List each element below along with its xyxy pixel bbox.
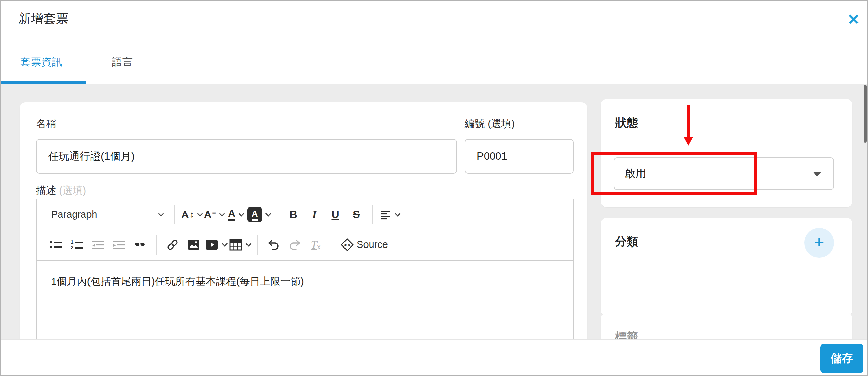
add-category-button[interactable]: + xyxy=(804,228,834,258)
description-optional-hint: (選填) xyxy=(59,185,86,196)
dialog-title: 新增套票 xyxy=(18,10,68,27)
font-family-button[interactable]: A ≡ xyxy=(204,204,224,225)
editor-toolbar: Paragraph A ↕ A ≡ xyxy=(37,199,573,261)
close-icon[interactable]: × xyxy=(848,5,859,33)
font-size-arrows-icon: ↕ xyxy=(190,209,194,220)
insert-table-button[interactable] xyxy=(229,234,251,256)
bold-button[interactable]: B xyxy=(284,204,303,225)
dialog-footer: 儲存 xyxy=(1,339,867,375)
toolbar-separator xyxy=(174,205,175,224)
source-editing-label: Source xyxy=(357,239,388,250)
remove-format-x: x xyxy=(317,243,320,251)
package-info-card: 名稱 編號 (選填) 描述 (選填) Paragraph xyxy=(20,102,587,339)
undo-button[interactable] xyxy=(264,234,283,256)
link-icon xyxy=(166,238,179,251)
code-label: 編號 (選填) xyxy=(465,117,515,131)
chevron-down-icon xyxy=(158,211,164,216)
block-quote-button[interactable]: “ xyxy=(131,234,150,256)
chevron-down-icon xyxy=(222,241,228,246)
remove-format-icon: T xyxy=(311,238,317,251)
toolbar-row-2: 1 2 xyxy=(45,230,564,260)
chevron-down-icon xyxy=(238,211,244,216)
name-label: 名稱 xyxy=(36,117,56,131)
align-left-icon xyxy=(379,209,392,221)
tab-package-info[interactable]: 套票資訊 xyxy=(20,55,62,69)
remove-format-button[interactable]: T x xyxy=(306,234,325,256)
toolbar-row-1: Paragraph A ↕ A ≡ xyxy=(45,199,564,230)
decrease-indent-icon xyxy=(91,239,105,251)
font-size-button[interactable]: A ↕ xyxy=(181,204,202,225)
numbered-list-button[interactable]: 1 2 xyxy=(67,234,86,256)
save-button[interactable]: 儲存 xyxy=(820,344,863,373)
code-input[interactable] xyxy=(465,139,574,174)
numbered-list-icon: 1 2 xyxy=(70,239,84,251)
description-editor: Paragraph A ↕ A ≡ xyxy=(36,199,574,339)
font-color-button[interactable]: A xyxy=(226,204,245,225)
insert-media-button[interactable] xyxy=(205,234,227,256)
dialog-content: 名稱 編號 (選填) 描述 (選填) Paragraph xyxy=(1,84,867,339)
chevron-down-icon xyxy=(265,211,271,216)
decrease-indent-button[interactable] xyxy=(88,234,107,256)
chevron-down-icon xyxy=(395,211,401,216)
plus-icon: + xyxy=(814,232,824,252)
toolbar-separator xyxy=(257,235,258,255)
annotation-arrow xyxy=(687,105,690,138)
source-editing-button[interactable]: <> Source xyxy=(339,234,390,256)
tags-label: 標籤 xyxy=(615,329,638,339)
chevron-down-icon xyxy=(197,211,203,216)
editor-content[interactable]: 1個月內(包括首尾兩日)任玩所有基本課程(每日上限一節) xyxy=(37,261,573,302)
increase-indent-icon xyxy=(112,239,126,251)
description-label-text: 描述 xyxy=(36,185,56,196)
description-text: 1個月內(包括首尾兩日)任玩所有基本課程(每日上限一節) xyxy=(51,276,304,287)
strikethrough-button[interactable]: S xyxy=(347,204,366,225)
name-input[interactable] xyxy=(36,139,457,174)
link-button[interactable] xyxy=(163,234,182,256)
paragraph-dropdown[interactable]: Paragraph xyxy=(46,204,168,225)
font-color-icon: A xyxy=(228,208,235,221)
font-family-icon: A xyxy=(204,210,212,220)
chevron-down-icon xyxy=(246,241,252,246)
bulleted-list-button[interactable] xyxy=(46,234,65,256)
text-alignment-button[interactable] xyxy=(379,204,400,225)
paragraph-dropdown-label: Paragraph xyxy=(51,209,97,220)
redo-button[interactable] xyxy=(285,234,304,256)
dialog-header: 新增套票 × xyxy=(1,1,867,42)
category-label: 分類 xyxy=(615,234,638,250)
svg-text:2: 2 xyxy=(71,244,73,250)
font-size-icon: A xyxy=(181,210,189,220)
active-tab-underline xyxy=(1,81,86,84)
chevron-down-icon xyxy=(219,211,225,216)
annotation-highlight-box xyxy=(591,152,757,195)
annotation-arrow-head xyxy=(684,137,693,146)
toolbar-separator xyxy=(332,235,332,255)
toolbar-separator xyxy=(156,235,157,255)
font-family-lines-icon: ≡ xyxy=(212,208,216,216)
tags-card: 標籤 xyxy=(601,313,852,339)
svg-text:1: 1 xyxy=(71,239,73,245)
description-label: 描述 (選填) xyxy=(36,184,86,198)
tab-bar: 套票資訊 語言 xyxy=(1,42,867,84)
insert-image-icon xyxy=(187,239,200,251)
insert-image-button[interactable] xyxy=(184,234,203,256)
font-background-color-button[interactable]: A xyxy=(247,204,270,225)
undo-icon xyxy=(267,239,280,251)
italic-button[interactable]: I xyxy=(305,204,324,225)
source-editing-icon: <> xyxy=(340,238,354,252)
redo-icon xyxy=(288,239,301,251)
insert-media-icon xyxy=(205,239,219,251)
toolbar-separator xyxy=(372,205,373,224)
status-label: 狀態 xyxy=(615,115,638,131)
bulleted-list-icon xyxy=(49,239,63,251)
caret-down-icon xyxy=(813,172,821,177)
toolbar-separator xyxy=(277,205,277,224)
svg-text:<>: <> xyxy=(344,243,350,249)
font-background-color-icon: A xyxy=(247,207,262,222)
block-quote-icon: “ xyxy=(134,243,146,255)
add-package-dialog: 新增套票 × 套票資訊 語言 名稱 編號 (選填) 描述 (選填) xyxy=(0,0,868,376)
increase-indent-button[interactable] xyxy=(110,234,129,256)
tab-language[interactable]: 語言 xyxy=(112,55,133,69)
category-card: 分類 + xyxy=(601,218,852,316)
insert-table-icon xyxy=(229,239,242,251)
vertical-scrollbar[interactable] xyxy=(864,85,867,143)
underline-button[interactable]: U xyxy=(326,204,345,225)
